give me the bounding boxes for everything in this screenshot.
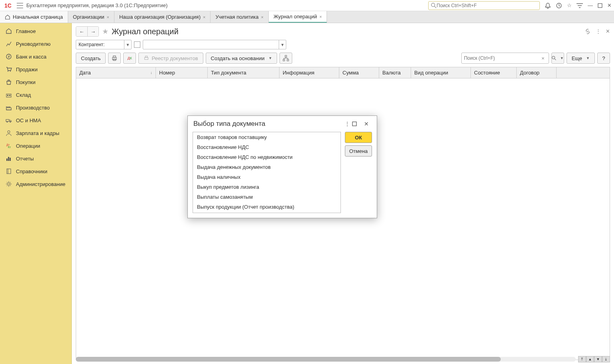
sidebar-item-9[interactable]: ДтКтОперации	[0, 139, 71, 152]
star-icon[interactable]: ☆	[567, 2, 572, 8]
help-icon: ?	[602, 55, 605, 61]
close-icon[interactable]: ✕	[362, 121, 371, 127]
sidebar-item-8[interactable]: Зарплата и кадры	[0, 127, 71, 139]
tab-3[interactable]: Журнал операций×	[269, 11, 327, 23]
table-column-header[interactable]: Тип документа	[208, 67, 279, 78]
filter-icon[interactable]	[577, 3, 583, 8]
tab-close-icon[interactable]: ×	[261, 15, 264, 20]
sidebar-item-12[interactable]: Администрирование	[0, 178, 71, 190]
link-icon[interactable]	[584, 28, 591, 35]
favorite-toggle-icon[interactable]: ★	[102, 27, 108, 36]
svg-rect-26	[145, 57, 148, 59]
ok-button[interactable]: ОК	[345, 132, 372, 143]
scroll-top-icon[interactable]: ⤒	[578, 356, 586, 362]
document-type-item[interactable]: Восстановление НДС	[193, 142, 340, 152]
global-search-input[interactable]	[437, 3, 537, 8]
content-close-icon[interactable]: ✕	[606, 28, 610, 35]
clear-search-icon[interactable]: ×	[540, 55, 546, 61]
scroll-track[interactable]	[76, 357, 576, 362]
more-vert-icon[interactable]: ⋮	[342, 121, 352, 127]
bell-icon[interactable]	[545, 2, 551, 9]
table-column-header[interactable]: Дата↓	[76, 67, 156, 78]
sidebar-item-11[interactable]: Справочники	[0, 165, 71, 178]
document-type-item[interactable]: Выпуск продукции (Отчет производства)	[193, 202, 340, 212]
table-column-header[interactable]: Информация	[279, 67, 339, 78]
table-column-header[interactable]: Договор	[517, 67, 557, 78]
scroll-thumb[interactable]	[76, 357, 501, 362]
tab-close-icon[interactable]: ×	[319, 14, 322, 19]
sidebar-item-1[interactable]: Руководителю	[0, 37, 71, 50]
document-type-item[interactable]: Выплаты самозанятым	[193, 192, 340, 202]
tab-0[interactable]: Организации×	[68, 11, 114, 23]
warehouse-icon	[6, 92, 12, 98]
list-search[interactable]: ×	[461, 53, 549, 64]
tab-label: Учетная политика	[215, 14, 258, 20]
table-column-header[interactable]: Вид операции	[411, 67, 471, 78]
document-type-item[interactable]: Выкуп предметов лизинга	[193, 182, 340, 192]
tab-1[interactable]: Наша организация (Организация)×	[114, 11, 211, 23]
scroll-down-icon[interactable]: ▼	[594, 356, 602, 362]
table-column-header[interactable]: Номер	[156, 67, 208, 78]
tab-close-icon[interactable]: ×	[106, 15, 109, 20]
create-button[interactable]: Создать	[76, 53, 106, 64]
book-icon	[6, 168, 12, 174]
sidebar-item-4[interactable]: Покупки	[0, 76, 71, 88]
chevron-down-icon[interactable]: ▼	[279, 40, 286, 49]
document-type-item[interactable]: Выдача наличных	[193, 172, 340, 182]
global-search[interactable]	[428, 1, 540, 10]
nav-back-button[interactable]: ←	[76, 27, 87, 36]
content-header: ← → ★ Журнал операций ⋮ ✕	[72, 23, 614, 40]
sidebar-item-3[interactable]: Продажи	[0, 63, 71, 76]
minimize-icon[interactable]: —	[588, 2, 593, 8]
tab-2[interactable]: Учетная политика×	[211, 11, 269, 23]
sidebar-item-7[interactable]: ОС и НМА	[0, 114, 71, 127]
sidebar-item-2[interactable]: ₽Банк и касса	[0, 50, 71, 63]
table-column-header[interactable]: Сумма	[339, 67, 379, 78]
scroll-up-icon[interactable]: ▲	[586, 356, 594, 362]
filter-value-combo[interactable]: ▼	[143, 40, 286, 49]
chevron-down-icon: ▼	[268, 56, 272, 60]
dtkt-button[interactable]: ДК	[123, 53, 136, 64]
tab-home[interactable]: Начальная страница	[0, 11, 68, 23]
help-button[interactable]: ?	[597, 53, 610, 64]
filter-field-combo[interactable]: Контрагент: ▼	[76, 40, 132, 49]
registry-button-label: Реестр документов	[152, 55, 198, 61]
cancel-button[interactable]: Отмена	[345, 145, 372, 157]
print-button[interactable]	[108, 53, 121, 64]
document-type-item[interactable]: Выдача денежных документов	[193, 162, 340, 172]
search-button[interactable]: ▼	[551, 53, 564, 64]
sidebar-item-10[interactable]: Отчеты	[0, 152, 71, 165]
menu-toggle-icon[interactable]	[17, 3, 23, 8]
filter-checkbox[interactable]	[134, 41, 140, 48]
document-type-item[interactable]: Восстановление НДС по недвижимости	[193, 152, 340, 162]
sidebar-item-0[interactable]: Главное	[0, 25, 71, 37]
document-type-item[interactable]: Возврат товаров поставщику	[193, 132, 340, 142]
nav-forward-button[interactable]: →	[87, 27, 98, 36]
svg-rect-9	[7, 95, 8, 96]
registry-button[interactable]: Реестр документов	[138, 53, 203, 64]
more-vert-icon[interactable]: ⋮	[596, 28, 601, 35]
sidebar-item-6[interactable]: Производство	[0, 101, 71, 114]
basket-icon	[6, 79, 12, 85]
table-column-header[interactable]: Валюта	[379, 67, 411, 78]
tab-close-icon[interactable]: ×	[203, 15, 205, 20]
chevron-down-icon[interactable]: ▼	[124, 40, 131, 49]
document-type-list[interactable]: Возврат товаров поставщикуВосстановление…	[193, 132, 341, 213]
titlebar: 1C Бухгалтерия предприятия, редакция 3.0…	[0, 0, 614, 11]
chart-icon	[6, 41, 12, 47]
svg-rect-30	[287, 59, 289, 61]
create-based-button[interactable]: Создать на основании▼	[206, 53, 277, 64]
history-icon[interactable]	[556, 2, 562, 9]
maximize-icon[interactable]	[352, 121, 362, 126]
svg-rect-28	[285, 55, 287, 57]
sidebar-item-5[interactable]: Склад	[0, 88, 71, 101]
scroll-bottom-icon[interactable]: ⤓	[602, 356, 610, 362]
structure-button[interactable]	[279, 53, 292, 64]
table-column-header[interactable]: Состояние	[471, 67, 517, 78]
sidebar-item-label: Покупки	[16, 79, 35, 85]
close-icon[interactable]: ✕	[607, 2, 612, 8]
svg-rect-3	[598, 4, 602, 8]
more-button[interactable]: Еще▼	[567, 53, 595, 64]
list-search-input[interactable]	[464, 55, 540, 61]
maximize-icon[interactable]	[598, 3, 602, 8]
